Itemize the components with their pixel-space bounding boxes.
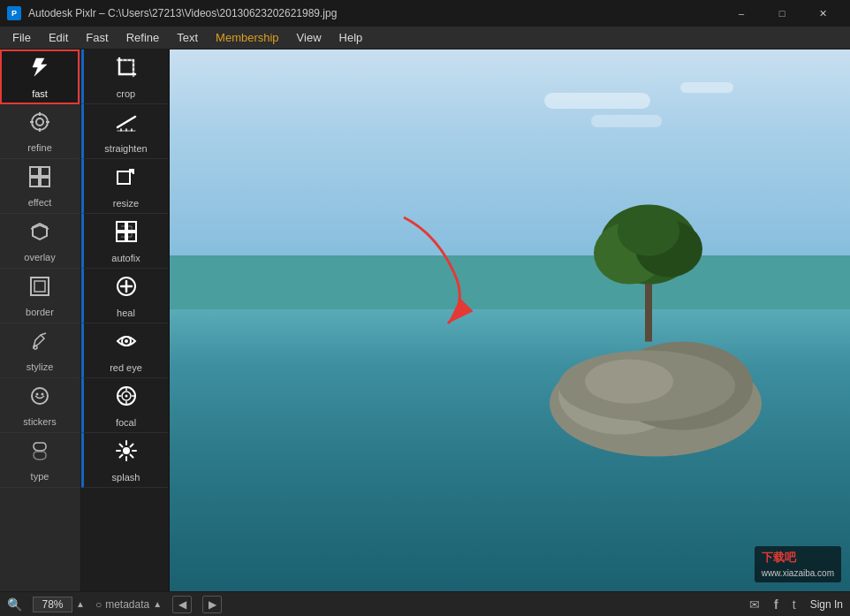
svg-point-32 (125, 339, 128, 343)
status-bar: 🔍 78% ▲ ○ metadata ▲ ◀ ▶ ✉ f t Sign In (0, 591, 850, 616)
refine-icon (28, 110, 51, 139)
svg-point-1 (36, 118, 43, 125)
fast-tool-crop[interactable]: crop (81, 49, 168, 104)
menu-file[interactable]: File (4, 28, 40, 47)
svg-point-53 (585, 359, 673, 403)
sign-in-button[interactable]: Sign In (810, 598, 843, 611)
main-content: fast refine (0, 49, 850, 591)
metadata-arrow: ▲ (153, 599, 162, 609)
maximize-button[interactable]: □ (762, 0, 802, 27)
menu-membership[interactable]: Membership (207, 28, 288, 47)
menu-fast[interactable]: Fast (77, 28, 117, 47)
svg-line-46 (130, 454, 133, 457)
svg-point-16 (42, 392, 44, 395)
svg-rect-17 (119, 60, 133, 74)
svg-point-35 (125, 394, 127, 397)
email-icon[interactable]: ✉ (749, 597, 760, 612)
fast-tools-panel: crop straighten (81, 49, 170, 591)
close-button[interactable]: ✕ (802, 0, 843, 27)
crop-label: crop (117, 88, 135, 99)
sidebar-tool-stickers[interactable]: stickers (0, 378, 80, 433)
sidebar-tool-type[interactable]: type (0, 433, 80, 488)
border-label: border (26, 307, 54, 317)
sidebar-tool-border[interactable]: border (0, 269, 80, 323)
autofix-icon (114, 219, 139, 249)
autofix-label: autofix (111, 253, 140, 263)
metadata-section[interactable]: ○ metadata ▲ (95, 598, 162, 611)
fast-icon (27, 55, 52, 85)
straighten-icon (114, 110, 139, 140)
fast-tool-resize[interactable]: resize (81, 159, 168, 214)
svg-line-48 (119, 454, 122, 457)
border-icon (28, 275, 51, 303)
zoom-control: 78% ▲ (33, 597, 85, 612)
fast-tool-heal[interactable]: heal (81, 269, 168, 323)
heal-icon (114, 274, 139, 304)
fast-tool-focal[interactable]: focal (81, 378, 168, 433)
resize-icon (114, 164, 139, 194)
zoom-display[interactable]: 78% (33, 597, 72, 612)
app-icon: P (7, 6, 21, 20)
stylize-label: stylize (27, 361, 54, 372)
focal-icon (114, 384, 139, 414)
sidebar-tool-overlay[interactable]: overlay (0, 214, 80, 269)
metadata-label: metadata (105, 598, 149, 611)
next-button[interactable]: ▶ (202, 596, 222, 613)
svg-point-40 (123, 447, 130, 454)
menu-view[interactable]: View (288, 28, 330, 47)
overlay-label: overlay (24, 252, 55, 262)
status-icons: ✉ f t Sign In (749, 597, 843, 612)
splash-icon (114, 438, 139, 468)
straighten-label: straighten (104, 143, 147, 154)
sidebar-tool-effect[interactable]: effect (0, 159, 80, 214)
splash-label: splash (112, 472, 140, 483)
cloud-3 (680, 82, 733, 93)
svg-line-47 (130, 444, 133, 446)
effect-icon (28, 165, 51, 194)
canvas-image (170, 49, 850, 591)
watermark-url: www.xiazaiba.com (762, 568, 834, 578)
svg-rect-10 (31, 278, 49, 295)
fast-tool-straighten[interactable]: straighten (81, 104, 168, 159)
fast-tool-red-eye[interactable]: red eye (81, 323, 168, 378)
fast-tool-splash[interactable]: splash (81, 433, 168, 488)
heal-label: heal (117, 308, 135, 318)
sidebar-tool-fast[interactable]: fast (0, 49, 80, 104)
svg-point-13 (34, 346, 37, 349)
refine-label: refine (27, 142, 52, 153)
svg-rect-23 (118, 171, 130, 184)
prev-button[interactable]: ◀ (172, 596, 192, 613)
cloud-2 (591, 115, 662, 127)
menu-help[interactable]: Help (330, 28, 372, 47)
svg-line-18 (118, 117, 135, 127)
red-eye-icon (114, 329, 139, 359)
svg-point-15 (36, 392, 39, 395)
type-label: type (31, 471, 49, 482)
stylize-icon (28, 330, 51, 358)
menu-refine[interactable]: Refine (118, 28, 169, 47)
stickers-label: stickers (23, 416, 56, 427)
facebook-icon[interactable]: f (774, 597, 778, 612)
sidebar-tool-stylize[interactable]: stylize (0, 323, 80, 378)
stickers-icon (28, 384, 51, 413)
svg-point-58 (618, 206, 679, 255)
zoom-dropdown-arrow[interactable]: ▲ (76, 599, 85, 609)
crop-icon (114, 55, 139, 85)
search-icon: 🔍 (7, 597, 22, 612)
twitter-icon[interactable]: t (793, 597, 796, 612)
svg-rect-8 (30, 178, 39, 186)
menu-edit[interactable]: Edit (40, 28, 77, 47)
title-bar: P Autodesk Pixlr – C:\Users\27213\Videos… (0, 0, 850, 27)
metadata-icon: ○ (95, 598, 102, 611)
svg-line-12 (41, 333, 46, 335)
sidebar-tool-refine[interactable]: refine (0, 104, 80, 159)
canvas-area: 下载吧 www.xiazaiba.com (170, 49, 850, 591)
menu-bar: File Edit Fast Refine Text Membership Vi… (0, 27, 850, 49)
svg-line-45 (119, 444, 122, 446)
title-text: Autodesk Pixlr – C:\Users\27213\Videos\2… (28, 7, 714, 19)
minimize-button[interactable]: – (721, 0, 762, 27)
menu-text[interactable]: Text (168, 28, 207, 47)
left-sidebar: fast refine (0, 49, 81, 591)
fast-tool-autofix[interactable]: autofix (81, 214, 168, 269)
watermark-site: 下载吧 (762, 551, 796, 564)
